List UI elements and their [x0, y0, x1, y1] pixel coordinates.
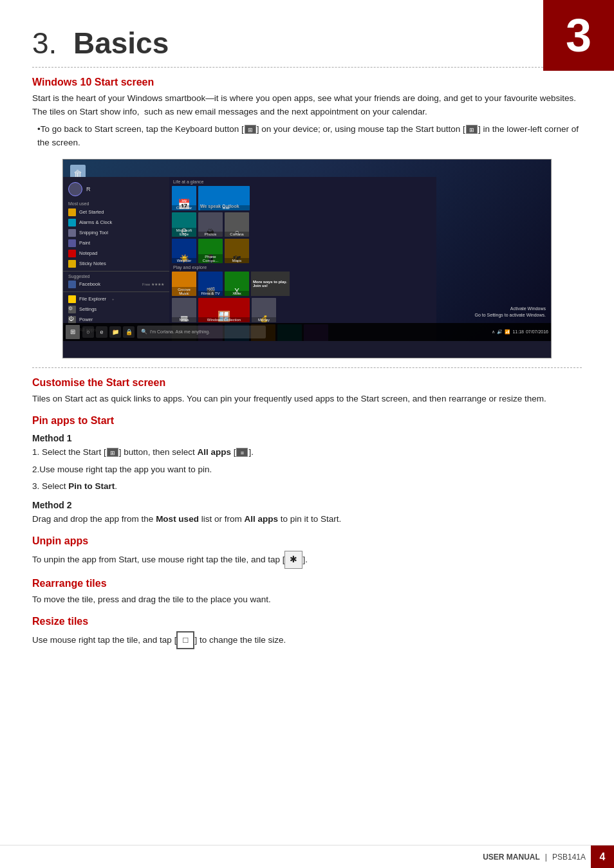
- tile-moreways[interactable]: More ways to play. Join us!: [251, 272, 290, 296]
- tile-phone-label: Phone Compu...: [198, 254, 223, 263]
- start-menu-inner: R Most used Get Started Alarms & Clock: [63, 177, 436, 341]
- start-icon: ⊞: [466, 125, 478, 134]
- start-menu-left: R Most used Get Started Alarms & Clock: [63, 177, 169, 341]
- cortana-placeholder: I'm Cortana. Ask me anything.: [150, 329, 210, 334]
- windows10-bullet: •To go back to Start screen, tap the Key…: [32, 123, 582, 150]
- section-windows10: Windows 10 Start screen Start is the hea…: [32, 77, 582, 150]
- section-unpin: Unpin apps To unpin the app from Start, …: [32, 535, 582, 569]
- section-rearrange: Rearrange tiles To move the tile, press …: [32, 578, 582, 607]
- method1-step1: 1. Select the Start [⊞] button, then sel…: [32, 446, 582, 459]
- tile-money-label: Money: [252, 317, 276, 322]
- tray-date: 07/07/2016: [526, 329, 548, 334]
- tile-filmstv[interactable]: 🎬 Films & TV: [198, 272, 223, 296]
- allapps-bold: All apps: [197, 447, 231, 457]
- start-icon-m1: ⊞: [107, 448, 118, 457]
- activate-line1: Activate Windows: [475, 306, 546, 312]
- notepad-label: Notepad: [79, 250, 97, 256]
- footer-separator: |: [545, 853, 547, 862]
- start-item-paint[interactable]: Paint: [63, 238, 169, 248]
- taskbar-edge-btn[interactable]: e: [96, 326, 107, 338]
- tile-phonecompanion[interactable]: 📱 Phone Compu...: [198, 239, 223, 263]
- tiles-row-5: 📰 News 🪟 Windows Collection 💰 Money: [172, 298, 434, 322]
- pintostart-bold: Pin to Start: [68, 481, 115, 491]
- tile-groovemusic[interactable]: ♫ Groove Music: [172, 272, 196, 296]
- tile-xbox[interactable]: X Xbox: [225, 272, 249, 296]
- tile-edge-label: Microsoft Edge: [172, 228, 196, 237]
- start-user-area: R: [63, 180, 169, 199]
- unpin-icon: ✱: [284, 551, 302, 569]
- start-item-stickynotes[interactable]: Sticky Notes: [63, 259, 169, 269]
- windows-screenshot: 🗑 RecycleBin R Most used: [62, 159, 552, 358]
- snipping-label: Snipping Tool: [79, 230, 108, 235]
- tile-mail[interactable]: We speak Outlook Mail: [198, 186, 250, 210]
- tile-cortana-label: Cortana: [225, 232, 249, 237]
- allapps-bold2: All apps: [244, 514, 278, 524]
- tile-photos[interactable]: 🏔 Photos: [198, 212, 223, 237]
- activate-windows: Activate Windows Go to Settings to activ…: [475, 306, 546, 319]
- fileexplorer-icon: [68, 295, 76, 303]
- facebook-icon: [68, 281, 76, 288]
- tile-weather-label: Weather: [172, 258, 196, 263]
- taskbar-tray: ∧ 🔊 📶 11:18 07/07/2016: [492, 329, 548, 335]
- start-divider-suggested: [63, 271, 169, 272]
- tile-groove-label: Groove Music: [172, 287, 196, 296]
- taskbar-start-button[interactable]: ⊞: [66, 325, 80, 339]
- start-item-getstarted[interactable]: Get Started: [63, 207, 169, 217]
- start-item-alarms[interactable]: Alarms & Clock: [63, 217, 169, 228]
- resize-heading: Resize tiles: [32, 616, 582, 627]
- tile-cortana[interactable]: ○ Cortana: [225, 212, 249, 237]
- tile-weather[interactable]: ☀️ Weather: [172, 239, 196, 263]
- tiles-row-3: ☀️ Weather 📱 Phone Compu... 🗺 Maps: [172, 239, 434, 263]
- mostused-bold: Most used: [156, 514, 199, 524]
- method2-body: Drag and drop the app from the Most used…: [32, 513, 582, 526]
- chapter-heading: 3. Basics: [32, 19, 582, 60]
- taskbar-quick-icons: ○ e 📁 🔒: [82, 326, 135, 338]
- tile-windowscollection[interactable]: 🪟 Windows Collection: [198, 298, 250, 322]
- tray-volume: 🔊: [497, 329, 503, 335]
- tile-maps[interactable]: 🗺 Maps: [225, 239, 249, 263]
- method1-heading: Method 1: [32, 433, 582, 443]
- tile-money[interactable]: 💰 Money: [252, 298, 276, 322]
- tiles-label-life: Life at a glance: [173, 180, 434, 184]
- taskbar-search-bar[interactable]: 🔍 I'm Cortana. Ask me anything.: [137, 326, 266, 338]
- customise-body: Tiles on Start act as quick links to app…: [32, 392, 582, 406]
- section-resize: Resize tiles Use mouse right tap the til…: [32, 616, 582, 649]
- taskbar: ⊞ ○ e 📁 🔒 🔍 I'm Cortana. Ask me anything…: [63, 323, 551, 341]
- cortana-icon: 🔍: [141, 329, 147, 335]
- start-item-notepad[interactable]: Notepad: [63, 248, 169, 259]
- taskbar-explorer-btn[interactable]: 📁: [109, 326, 121, 338]
- most-used-label: Most used: [63, 200, 169, 207]
- tray-time: 11:18: [512, 329, 524, 334]
- footer-model: PSB141A: [552, 853, 586, 862]
- start-item-fileexplorer[interactable]: File Explorer +: [63, 294, 169, 304]
- method1-step2: 2.Use mouse right tap the app you want t…: [32, 463, 582, 477]
- username: R: [86, 186, 91, 192]
- taskbar-search-btn[interactable]: ○: [82, 326, 94, 338]
- fileexplorer-label: File Explorer: [79, 296, 106, 302]
- tray-arrow: ∧: [492, 329, 495, 335]
- keyboard-icon: ⊞: [245, 125, 256, 134]
- tile-calendar[interactable]: 📅 Calendar: [172, 186, 196, 210]
- win-desktop: 🗑 RecycleBin R Most used: [63, 160, 551, 341]
- alarms-icon: [68, 219, 76, 226]
- settings-icon: ⚙: [68, 306, 76, 313]
- tile-edge[interactable]: e Microsoft Edge: [172, 212, 196, 237]
- rearrange-heading: Rearrange tiles: [32, 578, 582, 589]
- settings-label: Settings: [79, 306, 97, 312]
- tile-calendar-label: Calendar: [172, 205, 196, 210]
- tile-news[interactable]: 📰 News: [172, 298, 196, 322]
- start-item-facebook[interactable]: Facebook Free ★★★★: [63, 279, 169, 290]
- start-tiles-panel: Life at a glance 📅 Calendar We speak Out…: [169, 177, 436, 341]
- allapps-icon-m1: ≡: [236, 448, 248, 457]
- unpin-heading: Unpin apps: [32, 535, 582, 547]
- paint-icon: [68, 239, 76, 247]
- start-item-snipping[interactable]: Snipping Tool: [63, 228, 169, 238]
- taskbar-lock-btn[interactable]: 🔒: [123, 326, 135, 338]
- tiles-row-1: 📅 Calendar We speak Outlook Mail: [172, 186, 434, 210]
- start-item-settings[interactable]: ⚙ Settings: [63, 304, 169, 315]
- pin-heading: Pin apps to Start: [32, 415, 582, 427]
- suggested-label: Suggested: [63, 273, 169, 279]
- footer-page-number: 4: [591, 845, 614, 869]
- user-avatar: [68, 182, 82, 196]
- notepad-icon: [68, 250, 76, 257]
